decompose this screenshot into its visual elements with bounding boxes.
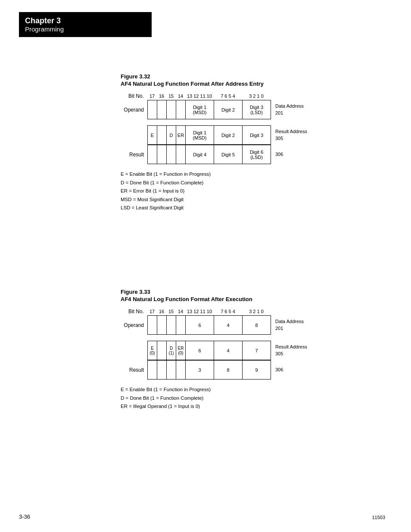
b33-7-5: 7 6 5 4	[214, 309, 242, 314]
bit-header-32: Bit No. 17 16 15 14 13 12 11 10 7 6 5 4 …	[121, 93, 379, 99]
result-address-value-33: 305	[275, 351, 307, 357]
result-digit5-32: Digit 5	[214, 145, 243, 164]
result-cells2-32: Digit 4 Digit 5 Digit 6(LSD)	[147, 145, 271, 164]
bit-17: 17	[147, 93, 157, 99]
result-val4-33: 3	[186, 361, 214, 380]
result-digit2-32: Digit 2	[214, 126, 243, 145]
legend-33-1: D = Done Bit (1 = Function Complete)	[121, 394, 379, 403]
op-val3-33: 8	[243, 316, 271, 335]
r2-empty-4	[176, 145, 186, 164]
result-val5-33: 8	[214, 361, 243, 380]
header-box: Chapter 3 Programming	[19, 12, 152, 37]
op-val1-33: 6	[186, 316, 214, 335]
operand-digit2: Digit 2	[214, 100, 243, 119]
doc-number: 11503	[372, 515, 385, 520]
b33-16: 16	[157, 309, 166, 314]
r2-33-2	[157, 361, 167, 380]
result-block-33: E(0) D(1) ER(0) 6 4 7 Result Address 305…	[121, 341, 379, 380]
legend-32-0: E = Enable Bit (1 = Function in Progress…	[121, 170, 379, 179]
result-digit3-32: Digit 3	[243, 126, 271, 145]
bit-13-10: 13 12 11 10	[185, 93, 214, 99]
result-spacer-33	[121, 341, 147, 360]
result-val6-33: 9	[243, 361, 271, 380]
fig32-subtitle: AF4 Natural Log Function Format After Ad…	[121, 81, 379, 87]
cell-empty-2	[157, 100, 167, 119]
figure-33: Figure 3.33 AF4 Natural Log Function For…	[121, 289, 379, 411]
legend-32-2: ER = Error Bit (1 = Input is 0)	[121, 187, 379, 196]
cell-ER-32: ER	[176, 126, 186, 145]
operand-digit3: Digit 3(LSD)	[243, 100, 271, 119]
result-row1-32: E D ER Digit 1(MSD) Digit 2 Digit 3 Resu…	[121, 125, 379, 145]
cell-E-33: E(0)	[148, 341, 157, 360]
legend-33-0: E = Enable Bit (1 = Function in Progress…	[121, 386, 379, 394]
data-address-32: Data Address 201	[275, 100, 304, 119]
result-row2-wrapper-32: Result Digit 4 Digit 5 Digit 6(LSD) 306	[121, 145, 379, 164]
result-address2-value-32: 306	[275, 151, 283, 158]
b33-17: 17	[147, 309, 157, 314]
legend-33: E = Enable Bit (1 = Function in Progress…	[121, 386, 379, 411]
oc33-2	[157, 316, 167, 335]
operand-row-32: Operand Digit 1(MSD) Digit 2 Digit 3(LSD…	[121, 100, 379, 119]
r2-empty-2	[157, 145, 167, 164]
programming-label: Programming	[25, 25, 146, 33]
r2-empty-3	[167, 145, 176, 164]
figure-32: Figure 3.32 AF4 Natural Log Function For…	[121, 73, 379, 212]
result-address-title-32: Result Address	[275, 128, 307, 135]
result-label-33: Result	[121, 360, 147, 380]
data-address-33: Data Address 201	[275, 315, 304, 335]
bit-no-label-33: Bit No.	[121, 308, 147, 314]
chapter-label: Chapter 3	[25, 16, 146, 25]
legend-32: E = Enable Bit (1 = Function in Progress…	[121, 170, 379, 212]
operand-label-33: Operand	[121, 315, 147, 335]
bit-14: 14	[176, 93, 185, 99]
legend-32-4: LSD = Least Significant Digit	[121, 204, 379, 212]
operand-row-33: Operand 6 4 8 Data Address 201	[121, 315, 379, 335]
cell-empty-1	[148, 100, 157, 119]
bit-15: 15	[166, 93, 176, 99]
data-address-value-33: 201	[275, 325, 304, 332]
data-address-title-33: Data Address	[275, 318, 304, 325]
b33-15: 15	[166, 309, 176, 314]
oc33-3	[167, 316, 176, 335]
result-digit1-32: Digit 1(MSD)	[186, 126, 214, 145]
result-row1-33: E(0) D(1) ER(0) 6 4 7 Result Address 305	[121, 341, 379, 360]
cell-empty-E-33	[157, 341, 167, 360]
cell-D-32: D	[167, 126, 176, 145]
bit-3-0: 3 2 1 0	[242, 93, 271, 99]
result-address2-value-33: 306	[275, 367, 283, 373]
bit-no-label-32: Bit No.	[121, 93, 147, 99]
result-label-32: Result	[121, 145, 147, 164]
result-cells2-33: 3 8 9	[147, 360, 271, 380]
result-address-32: Result Address 305	[275, 125, 307, 145]
result-val3-33: 7	[243, 341, 271, 360]
oc33-1	[148, 316, 157, 335]
r2-33-4	[176, 361, 186, 380]
legend-32-1: D = Done Bit (1 = Function Complete)	[121, 179, 379, 187]
cell-D-33: D(1)	[167, 341, 176, 360]
data-address-value-32: 201	[275, 110, 304, 116]
r2-33-1	[148, 361, 157, 380]
fig33-title: Figure 3.33	[121, 289, 379, 295]
data-address-title-32: Data Address	[275, 103, 304, 109]
result-val1-33: 6	[186, 341, 214, 360]
cell-ER-33: ER(0)	[176, 341, 186, 360]
page-number: 3-36	[19, 513, 30, 520]
result-cells1-33: E(0) D(1) ER(0) 6 4 7	[147, 341, 271, 360]
legend-33-2: ER = Illegal Operand (1 = Input is 0)	[121, 402, 379, 411]
bit-7-5: 7 6 5 4	[214, 93, 242, 99]
op-val2-33: 4	[214, 316, 243, 335]
result-address-33: Result Address 305	[275, 341, 307, 360]
result-address-title-33: Result Address	[275, 344, 307, 350]
cell-empty-E	[157, 126, 167, 145]
result-digit6-32: Digit 6(LSD)	[243, 145, 271, 164]
result-row2-wrapper-33: Result 3 8 9 306	[121, 360, 379, 380]
b33-14: 14	[176, 309, 185, 314]
result-block-32: E D ER Digit 1(MSD) Digit 2 Digit 3 Resu…	[121, 125, 379, 164]
result-digit4-32: Digit 4	[186, 145, 214, 164]
bit-16: 16	[157, 93, 166, 99]
oc33-4	[176, 316, 186, 335]
b33-13-10: 13 12 11 10	[185, 309, 214, 314]
result-address2-33: 306	[275, 360, 283, 380]
result-address-value-32: 305	[275, 135, 307, 142]
operand-label-32: Operand	[121, 100, 147, 119]
